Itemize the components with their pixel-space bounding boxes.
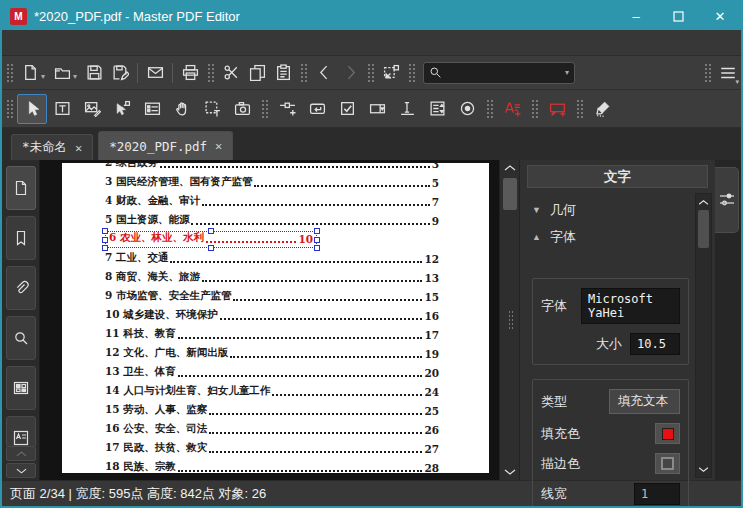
- scroll-down-button[interactable]: [500, 464, 520, 480]
- document-tab[interactable]: *2020_PDF.pdf ✕: [98, 131, 233, 160]
- toc-row[interactable]: 17 民政、扶贫、救灾 27: [105, 439, 439, 458]
- snapshot-tool-button[interactable]: [227, 94, 257, 124]
- toc-row[interactable]: 16 公安、安全、司法 26: [105, 420, 439, 439]
- panel-toggle-tab[interactable]: [715, 167, 739, 233]
- document-area[interactable]: 2 综合政务 3 3 国民经济管理、国有资产监管: [40, 160, 499, 480]
- navigate-back-button[interactable]: [311, 60, 337, 86]
- panel-scroll-up-button[interactable]: [696, 194, 711, 210]
- panel-scroll-down-button[interactable]: [696, 461, 711, 477]
- fill-color-button[interactable]: [655, 423, 680, 444]
- minimize-button[interactable]: –: [615, 2, 657, 30]
- selection-handle[interactable]: [314, 228, 320, 234]
- close-button[interactable]: ✕: [699, 2, 741, 30]
- panel-scrollbar[interactable]: [695, 193, 712, 478]
- listbox-field-tool-button[interactable]: [422, 94, 452, 124]
- open-file-dropdown-icon[interactable]: ▾: [73, 72, 77, 81]
- selection-handle[interactable]: [102, 228, 108, 234]
- bookmarks-panel-button[interactable]: [6, 216, 36, 260]
- send-email-button[interactable]: [142, 60, 168, 86]
- toolbar-grip[interactable]: [366, 62, 375, 84]
- selection-handle[interactable]: [314, 245, 320, 251]
- text-annotation-tool-button[interactable]: [497, 94, 527, 124]
- toolbar-grip[interactable]: [5, 62, 14, 84]
- forms-panel-button[interactable]: [6, 416, 36, 446]
- maximize-button[interactable]: [657, 2, 699, 30]
- type-dropdown[interactable]: 填充文本: [609, 389, 680, 414]
- edit-image-tool-button[interactable]: [77, 94, 107, 124]
- save-button[interactable]: [81, 60, 107, 86]
- print-button[interactable]: [177, 60, 203, 86]
- edit-path-tool-button[interactable]: [107, 94, 137, 124]
- search-box[interactable]: ▾: [423, 62, 575, 84]
- select-area-tool-button[interactable]: [197, 94, 227, 124]
- toc-row[interactable]: 8 商贸、海关、旅游 13: [105, 268, 439, 287]
- selection-handle[interactable]: [314, 237, 320, 243]
- eraser-tool-button[interactable]: [587, 94, 617, 124]
- toc-row[interactable]: 7 工业、交通 12: [105, 249, 439, 268]
- selection-handle[interactable]: [208, 228, 214, 234]
- checkbox-field-tool-button[interactable]: [332, 94, 362, 124]
- toolbar-grip[interactable]: [703, 62, 712, 84]
- save-as-button[interactable]: [107, 60, 133, 86]
- open-file-button[interactable]: [49, 60, 75, 86]
- pdf-page[interactable]: 2 综合政务 3 3 国民经济管理、国有资产监管: [62, 163, 489, 473]
- sidebar-scroll-down-button[interactable]: [6, 463, 36, 478]
- pages-panel-button[interactable]: [6, 166, 36, 210]
- search-dropdown-icon[interactable]: ▾: [565, 68, 569, 77]
- sidebar-scroll-up-button[interactable]: [6, 446, 36, 461]
- toolbar-grip[interactable]: [5, 98, 14, 120]
- toc-row[interactable]: 3 国民经济管理、国有资产监管 5: [105, 173, 439, 192]
- select-tool-button[interactable]: [17, 94, 47, 124]
- toolbar-grip[interactable]: [485, 98, 494, 120]
- toc-row[interactable]: 4 财政、金融、审计 7: [105, 192, 439, 211]
- font-size-input[interactable]: 10.5: [630, 333, 680, 355]
- scroll-up-button[interactable]: [500, 160, 520, 176]
- toc-row[interactable]: 9 市场监管、安全生产监管 15: [105, 287, 439, 306]
- hand-tool-button[interactable]: [167, 94, 197, 124]
- geometry-section-header[interactable]: ▼ 几何: [532, 196, 689, 223]
- toc-row[interactable]: 2 综合政务 3: [105, 163, 439, 173]
- toolbar-grip[interactable]: [206, 62, 215, 84]
- add-node-tool-button[interactable]: [272, 94, 302, 124]
- navigate-forward-button[interactable]: [337, 60, 363, 86]
- fit-selection-button[interactable]: [378, 60, 404, 86]
- toc-row[interactable]: 6 农业、林业、水利 10: [105, 231, 317, 248]
- search-panel-button[interactable]: [6, 316, 36, 360]
- tab-close-icon[interactable]: ✕: [75, 141, 82, 155]
- attachments-panel-button[interactable]: [6, 266, 36, 310]
- callout-annotation-tool-button[interactable]: [542, 94, 572, 124]
- stroke-color-button[interactable]: [655, 453, 680, 474]
- copy-button[interactable]: [244, 60, 270, 86]
- toc-row[interactable]: 13 卫生、体育 20: [105, 363, 439, 382]
- toolbar-grip[interactable]: [299, 62, 308, 84]
- edit-text-tool-button[interactable]: [47, 94, 77, 124]
- toolbar-grip[interactable]: [260, 98, 269, 120]
- new-document-dropdown-icon[interactable]: ▾: [41, 72, 45, 81]
- font-name-input[interactable]: Microsoft YaHei: [581, 288, 680, 324]
- toc-row[interactable]: 10 城乡建设、环境保护 16: [105, 306, 439, 325]
- search-input[interactable]: [442, 66, 565, 80]
- thumbnails-panel-button[interactable]: [6, 366, 36, 410]
- selection-handle[interactable]: [102, 237, 108, 243]
- toc-row[interactable]: 15 劳动、人事、监察 25: [105, 401, 439, 420]
- toc-row[interactable]: 18 民族、宗教 28: [105, 458, 439, 473]
- new-document-button[interactable]: [17, 60, 43, 86]
- line-width-input[interactable]: 1: [634, 483, 680, 505]
- toc-row[interactable]: 5 国土资源、能源 9: [105, 211, 439, 230]
- cut-button[interactable]: [218, 60, 244, 86]
- toc-row[interactable]: 14 人口与计划生育、妇女儿童工作 24: [105, 382, 439, 401]
- toolbar-grip[interactable]: [575, 98, 584, 120]
- document-tab[interactable]: *未命名 ✕: [11, 134, 93, 160]
- combobox-field-tool-button[interactable]: [362, 94, 392, 124]
- text-field-tool-button[interactable]: [392, 94, 422, 124]
- font-section-header[interactable]: ▲ 字体: [532, 223, 689, 250]
- paste-button[interactable]: [270, 60, 296, 86]
- toolbar-overflow-icon[interactable]: ▾: [735, 78, 739, 86]
- toc-row[interactable]: 11 科技、教育 17: [105, 325, 439, 344]
- document-scrollbar[interactable]: [499, 160, 519, 480]
- scrollbar-thumb[interactable]: [503, 178, 517, 210]
- enter-field-tool-button[interactable]: [302, 94, 332, 124]
- tab-close-icon[interactable]: ✕: [215, 139, 222, 153]
- selection-handle[interactable]: [208, 245, 214, 251]
- form-properties-tool-button[interactable]: [137, 94, 167, 124]
